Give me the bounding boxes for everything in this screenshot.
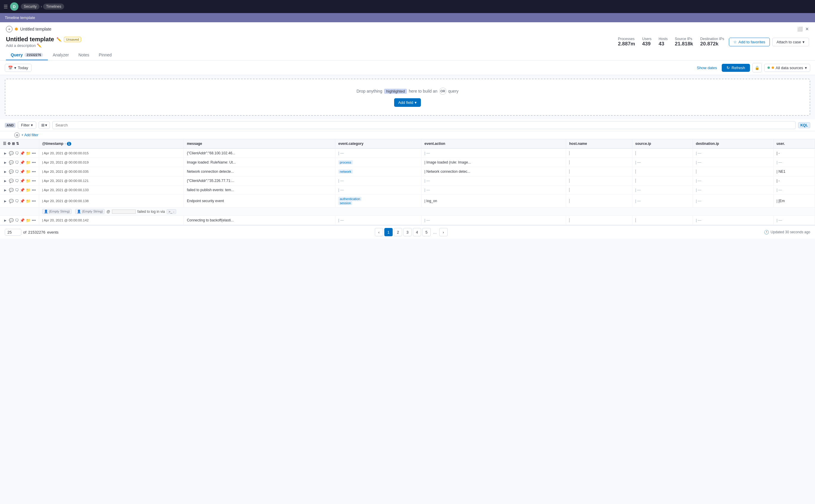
row-pin-icon[interactable]: 📌 [20,188,25,192]
col-header-message[interactable]: message [184,139,335,148]
next-page-button[interactable]: › [439,228,448,236]
col-header-host-name[interactable]: host.name [566,139,632,148]
row-notes-icon[interactable]: 💬 [9,160,14,165]
circle-plus-icon[interactable]: ⊕ [14,132,20,138]
chevron-down-icon: ▾ [415,100,417,105]
col-header-event-action[interactable]: event.action [422,139,566,148]
row-more-icon[interactable]: ••• [32,179,36,183]
columns-icon[interactable]: ⊞ [12,142,15,146]
row-more-icon[interactable]: ••• [32,199,36,203]
page-2-button[interactable]: 2 [394,228,402,236]
row-comment-icon[interactable]: 🗨 [15,218,19,223]
list-icon[interactable]: ☰ [3,142,6,146]
filter-button[interactable]: Filter ▾ [18,121,36,129]
row-comment-icon[interactable]: 🗨 [15,151,19,156]
page-5-button[interactable]: 5 [423,228,431,236]
attach-to-case-button[interactable]: Attach to case ▾ [772,38,809,46]
add-to-favorites-button[interactable]: ☆ Add to favorites [729,38,770,46]
col-header-timestamp[interactable]: @timestamp ↑ 1 [39,139,184,148]
row-pin-icon[interactable]: 📌 [20,151,25,156]
date-picker-button[interactable]: 📅 ▾ Today [5,64,31,72]
row-notes-icon[interactable]: 💬 [9,188,14,192]
show-dates-button[interactable]: Show dates [694,64,719,72]
cell-event-action: | log_on [422,195,566,207]
row-folder-icon[interactable]: 📁 [26,151,31,156]
row-comment-icon[interactable]: 🗨 [15,160,19,165]
star-icon: ☆ [733,40,737,44]
tab-pinned[interactable]: Pinned [94,50,116,60]
filter-icon-button[interactable]: ⊞ ▾ [39,121,50,129]
breadcrumb-timelines[interactable]: Timelines [43,4,64,9]
drop-before-text: Drop anything [356,89,382,93]
row-pin-icon[interactable]: 📌 [20,218,25,223]
row-pin-icon[interactable]: 📌 [20,169,25,174]
cell-destination-ip: | — [693,216,773,225]
all-data-sources-button[interactable]: All data sources ▾ [764,64,811,72]
row-folder-icon[interactable]: 📁 [26,199,31,203]
row-folder-icon[interactable]: 📁 [26,160,31,165]
row-pin-icon[interactable]: 📌 [20,199,25,203]
row-expand-icon[interactable]: ▶ [3,160,8,165]
cell-event-category: network [335,167,421,176]
row-expand-icon[interactable]: ▶ [3,188,8,192]
row-expand-icon[interactable]: ▶ [3,199,8,203]
row-folder-icon[interactable]: 📁 [26,188,31,192]
row-pin-icon[interactable]: 📌 [20,179,25,183]
row-comment-icon[interactable]: 🗨 [15,179,19,183]
sort-icon[interactable]: ⇅ [16,142,19,146]
new-timeline-button[interactable]: + [6,26,12,32]
add-filter-link[interactable]: + Add filter [21,133,38,137]
save-icon[interactable]: ⬜ [797,26,803,32]
row-pin-icon[interactable]: 📌 [20,160,25,165]
tab-query[interactable]: Query 21532276 [6,50,48,60]
row-notes-icon[interactable]: 💬 [9,179,14,183]
row-notes-icon[interactable]: 💬 [9,199,14,203]
lock-button[interactable]: 🔒 [752,63,762,72]
row-more-icon[interactable]: ••• [32,218,36,223]
row-more-icon[interactable]: ••• [32,151,36,156]
search-input[interactable] [52,121,796,129]
tab-analyzer[interactable]: Analyzer [48,50,73,60]
row-more-icon[interactable]: ••• [32,188,36,192]
template-tab-label[interactable]: Untitled template [20,27,51,31]
col-header-source-ip[interactable]: source.ip [632,139,693,148]
row-folder-icon[interactable]: 📁 [26,169,31,174]
row-expand-icon[interactable]: ▶ [3,169,8,174]
prev-page-button[interactable]: ‹ [375,228,383,236]
page-4-button[interactable]: 4 [413,228,421,236]
tab-notes[interactable]: Notes [74,50,94,60]
row-comment-icon[interactable]: 🗨 [15,169,19,174]
close-icon[interactable]: ✕ [805,26,809,32]
events-table-container: ☰ ⚙ ⊞ ⇅ @timestamp ↑ 1 message event.cat… [0,139,815,225]
kql-badge[interactable]: KQL [798,122,810,128]
page-1-button[interactable]: 1 [384,228,392,236]
row-expand-icon[interactable]: ▶ [3,218,8,223]
row-notes-icon[interactable]: 💬 [9,151,14,156]
gear-icon[interactable]: ⚙ [7,142,11,146]
col-header-event-category[interactable]: event.category [335,139,421,148]
subrow-spacer [0,207,39,216]
row-more-icon[interactable]: ••• [32,169,36,174]
highlighted-chip: highlighted [384,89,407,94]
template-description[interactable]: Add a description ✏️ [6,43,613,48]
row-notes-icon[interactable]: 💬 [9,218,14,223]
page-3-button[interactable]: 3 [403,228,412,236]
per-page-select[interactable]: 25 50 100 [5,229,21,236]
refresh-button[interactable]: ↻ Refresh [722,64,750,72]
breadcrumb-security[interactable]: Security [21,4,39,9]
table-row: ▶ 💬 🗨 📌 📁 ••• | Apr 20, 2021 @ 00:00:00.… [0,186,815,195]
edit-title-icon[interactable]: ✏️ [56,37,61,42]
add-field-button[interactable]: Add field ▾ [394,98,421,107]
row-comment-icon[interactable]: 🗨 [15,188,19,192]
row-expand-icon[interactable]: ▶ [3,178,8,183]
col-header-user[interactable]: user. [773,139,815,148]
row-folder-icon[interactable]: 📁 [26,218,31,223]
row-folder-icon[interactable]: 📁 [26,179,31,183]
row-notes-icon[interactable]: 💬 [9,169,14,174]
row-more-icon[interactable]: ••• [32,160,36,165]
row-comment-icon[interactable]: 🗨 [15,199,19,203]
col-header-destination-ip[interactable]: destination.ip [693,139,773,148]
row-expand-icon[interactable]: ▶ [3,151,8,156]
stat-source-ips-value: 21.818k [675,41,693,47]
hamburger-menu[interactable]: ☰ [4,4,8,9]
